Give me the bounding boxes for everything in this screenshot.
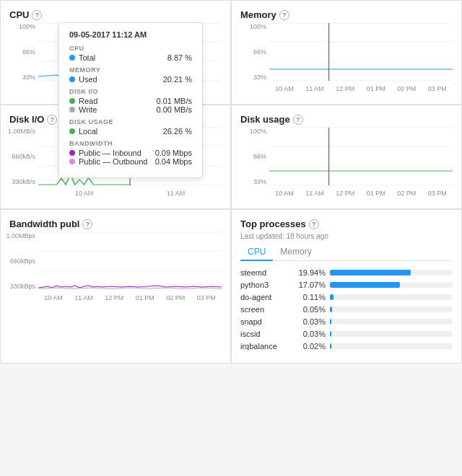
process-row-python3: python3 17.07% — [240, 281, 453, 289]
tooltip-diskio-read-row: Read 0.01 MB/s — [69, 97, 192, 105]
diskusage-title: Disk usage — [240, 114, 290, 125]
diskusage-chart-inner — [269, 128, 453, 185]
cpu-dot — [69, 55, 75, 61]
cpu-help-icon[interactable]: ? — [32, 10, 42, 20]
tab-memory[interactable]: Memory — [273, 244, 318, 261]
diskio-read-dot — [69, 98, 75, 104]
tooltip-local-label: Local — [79, 127, 97, 136]
iscsid-bar-bg — [330, 331, 453, 337]
process-row-iscsid: iscsid 0.03% — [240, 330, 453, 338]
tooltip-inbound-value: 0.09 Mbps — [155, 149, 192, 157]
tooltip: 09-05-2017 11:12 AM CPU Total 8.87 % MEM… — [58, 22, 203, 178]
tooltip-memory-label: Used — [79, 75, 97, 84]
screen-bar-fill — [330, 307, 332, 312]
tooltip-cpu-value: 8.87 % — [167, 53, 192, 62]
tab-cpu[interactable]: CPU — [240, 244, 273, 261]
processes-help-icon[interactable]: ? — [309, 219, 319, 229]
bandwidth-x-labels: 10 AM 11 AM 12 PM 01 PM 02 PM 03 PM — [38, 291, 222, 304]
process-row-irqbalance: irqbalance 0.02% — [240, 342, 453, 351]
memory-dot — [69, 76, 75, 82]
tooltip-row: Total 8.87 % — [69, 53, 192, 62]
tooltip-write-value: 0.00 MB/s — [156, 105, 192, 114]
diskusage-help-icon[interactable]: ? — [293, 115, 303, 125]
processes-title: Top processes — [240, 219, 306, 229]
diskusage-y-labels: 100% 66% 33% — [240, 128, 269, 185]
bandwidth-help-icon[interactable]: ? — [82, 219, 92, 229]
tooltip-read-label: Read — [79, 97, 97, 105]
diskusage-dot — [69, 128, 75, 134]
steemd-bar-fill — [330, 270, 411, 276]
irqbalance-bar-fill — [330, 343, 331, 349]
steemd-bar-bg — [330, 270, 453, 276]
tooltip-bandwidth-section: BANDWIDTH Public — Inbound 0.09 Mbps Pub… — [69, 140, 192, 166]
diskio-help-icon[interactable]: ? — [47, 115, 57, 125]
tooltip-diskusage-section: DISK USAGE Local 26.26 % — [69, 118, 192, 136]
tooltip-cpu-section: CPU Total 8.87 % — [69, 45, 192, 62]
memory-x-labels: 10 AM 11 AM 12 PM 01 PM 02 PM 03 PM — [269, 82, 453, 95]
diskio-write-dot — [69, 107, 75, 113]
tooltip-inbound-label: Public — Inbound — [79, 149, 141, 157]
process-row-snapd: snapd 0.03% — [240, 317, 453, 326]
tooltip-diskusage-row: Local 26.26 % — [69, 127, 192, 136]
bandwidth-chart-inner — [38, 232, 222, 290]
diskusage-panel: Disk usage ? 100% 66% 33% — [232, 105, 461, 208]
bandwidth-chart: 1.00MBps 660kBps 330kBps 10 AM 11 — [9, 232, 222, 304]
tooltip-local-value: 26.26 % — [163, 127, 192, 136]
tab-row: CPU Memory — [240, 244, 453, 261]
memory-panel: Memory ? 100% 66% 33% — [232, 1, 461, 104]
tooltip-outbound-value: 0.04 Mbps — [155, 157, 192, 166]
tooltip-diskio-section: DISK I/O Read 0.01 MB/s Write 0.00 MB/s — [69, 88, 192, 114]
diskusage-x-labels: 10 AM 11 AM 12 PM 01 PM 02 PM 03 PM — [269, 187, 453, 200]
tooltip-outbound-label: Public — Outbound — [79, 157, 147, 166]
memory-help-icon[interactable]: ? — [279, 10, 289, 20]
doagent-bar-bg — [330, 294, 453, 300]
screen-bar-bg — [330, 307, 453, 312]
memory-chart: 100% 66% 33% 10 AM 11 AM 1 — [240, 23, 453, 95]
irqbalance-bar-bg — [330, 343, 453, 349]
memory-y-labels: 100% 66% 33% — [240, 23, 269, 81]
tooltip-time: 09-05-2017 11:12 AM — [69, 30, 192, 39]
snapd-bar-bg — [330, 319, 453, 325]
tooltip-write-label: Write — [79, 105, 97, 114]
diskusage-chart: 100% 66% 33% 10 AM 11 AM 1 — [240, 128, 453, 200]
doagent-bar-fill — [330, 294, 334, 300]
tooltip-memory-value: 20.21 % — [163, 75, 192, 84]
diskio-x-labels: 10 AM 11 AM — [38, 187, 222, 200]
outbound-dot — [69, 159, 75, 164]
last-updated: Last updated: 18 hours ago — [240, 232, 453, 240]
snapd-bar-fill — [330, 319, 331, 325]
bandwidth-title: Bandwidth publ — [9, 219, 79, 229]
process-row-screen: screen 0.05% — [240, 305, 453, 314]
process-list: steemd 19.94% python3 17.07% do-agent 0.… — [240, 268, 453, 351]
python3-bar-fill — [330, 282, 400, 288]
tooltip-memory-row: Used 20.21 % — [69, 75, 192, 84]
cpu-panel: CPU ? 100% 66% 33% — [1, 1, 230, 104]
top-processes-panel: Top processes ? Last updated: 18 hours a… — [232, 210, 461, 363]
inbound-dot — [69, 150, 75, 156]
diskio-title: Disk I/O — [9, 114, 44, 125]
memory-title: Memory — [240, 9, 276, 20]
tooltip-inbound-row: Public — Inbound 0.09 Mbps — [69, 149, 192, 157]
iscsid-bar-fill — [330, 331, 331, 337]
tooltip-memory-section: MEMORY Used 20.21 % — [69, 66, 192, 84]
bandwidth-panel: Bandwidth publ ? 1.00MBps 660kBps 330kBp… — [1, 210, 230, 363]
python3-bar-bg — [330, 282, 453, 288]
bandwidth-y-labels: 1.00MBps 660kBps 330kBps — [9, 232, 38, 290]
tooltip-diskio-write-row: Write 0.00 MB/s — [69, 105, 192, 114]
tooltip-read-value: 0.01 MB/s — [156, 97, 192, 105]
cpu-title: CPU — [9, 9, 29, 20]
cpu-y-labels: 100% 66% 33% — [9, 23, 38, 81]
tooltip-cpu-label: Total — [79, 53, 95, 62]
memory-chart-inner — [269, 23, 453, 81]
dashboard: CPU ? 100% 66% 33% — [0, 0, 462, 363]
tooltip-outbound-row: Public — Outbound 0.04 Mbps — [69, 157, 192, 166]
process-row-steemd: steemd 19.94% — [240, 268, 453, 277]
process-row-doagent: do-agent 0.11% — [240, 293, 453, 301]
diskio-y-labels: 1.00MB/s 660kB/s 330kB/s — [9, 128, 38, 185]
